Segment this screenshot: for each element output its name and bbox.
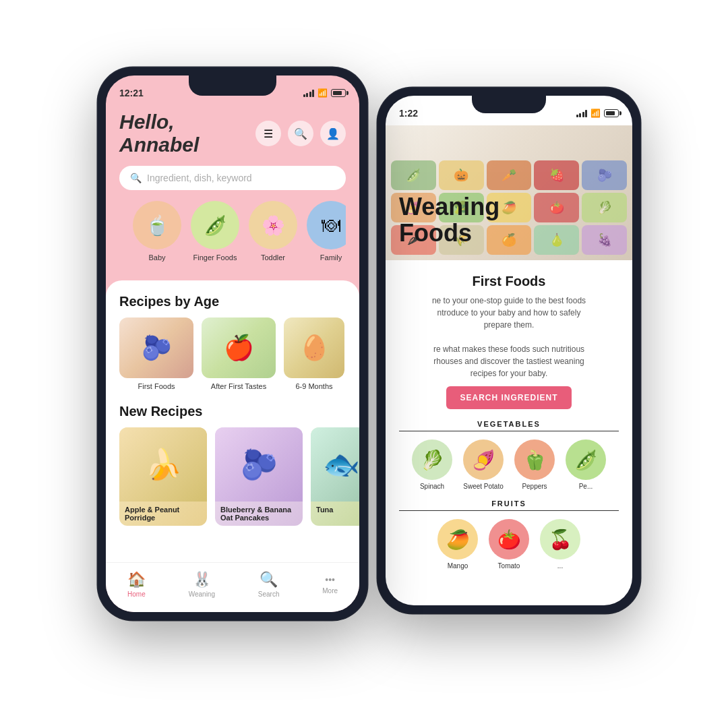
search-bar[interactable]: 🔍 Ingredient, dish, keyword	[119, 166, 346, 190]
first-foods-heading: First Foods	[399, 274, 619, 289]
nav-weaning[interactable]: 🐰 Weaning	[189, 571, 215, 598]
category-baby[interactable]: 🍵 Baby	[133, 201, 181, 262]
search-icon: 🔍	[294, 127, 307, 140]
after-first-tastes-label: After First Tastes	[211, 382, 266, 390]
search-nav-icon: 🔍	[260, 571, 278, 588]
sweet-potato-icon: 🍠	[463, 439, 504, 480]
search-ingredient-button[interactable]: SEARCH INGREDIENT	[446, 386, 571, 409]
weaning-nav-label: Weaning	[189, 590, 215, 598]
tomato-label: Tomato	[498, 562, 520, 570]
food-tomato: 🍅	[534, 193, 579, 222]
recipe-6-9-months[interactable]: 🥚 6-9 Months	[284, 317, 344, 390]
new-recipe-tuna[interactable]: 🐟 Tuna	[311, 427, 359, 526]
search-icon-button[interactable]: 🔍	[288, 121, 313, 146]
status-time-1: 12:21	[119, 88, 144, 98]
signal-icon-2	[576, 109, 588, 117]
new-recipe-pancakes[interactable]: 🫐 Blueberry & Banana Oat Pancakes	[215, 427, 303, 526]
wifi-icon-2: 📶	[590, 109, 601, 118]
status-time-2: 1:22	[399, 108, 418, 119]
recipe-after-first-tastes[interactable]: 🍎 After First Tastes	[202, 317, 276, 390]
baby-food-visual: 🍵	[133, 201, 181, 249]
weaning-icon: 🐰	[193, 571, 211, 588]
categories-row: 🍵 Baby 🫛 Finger Foods 🌸	[119, 190, 346, 267]
signal-icon-1	[303, 89, 315, 97]
finger-circle: 🫛	[191, 201, 239, 249]
veg-item-peppers[interactable]: 🫑 Peppers	[514, 439, 555, 490]
toddler-circle: 🌸	[249, 201, 297, 249]
nav-home[interactable]: 🏠 Home	[127, 571, 146, 598]
status-icons-2: 📶	[576, 109, 619, 118]
tuna-label: Tuna	[311, 502, 359, 518]
phone-2: 1:22 📶 🫛 🎃 🥕 🍓 🫐 🍠	[377, 88, 640, 613]
screen-2-content: 1:22 📶 🫛 🎃 🥕 🍓 🫐 🍠	[386, 96, 632, 605]
wifi-icon-1: 📶	[317, 88, 328, 98]
category-toddler[interactable]: 🌸 Toddler	[249, 201, 297, 262]
6-9-months-image: 🥚	[284, 317, 344, 378]
veg-item-peas[interactable]: 🫛 Pe...	[566, 439, 606, 490]
menu-icon-button[interactable]: ☰	[255, 121, 281, 146]
cherry-label: ...	[557, 562, 563, 570]
first-foods-label: First Foods	[138, 382, 175, 390]
profile-icon-button[interactable]: 👤	[320, 121, 346, 146]
toddler-food-visual: 🌸	[249, 201, 297, 249]
hero-title: WeaningFoods	[399, 193, 499, 247]
first-foods-desc: ne to your one-stop guide to the best fo…	[399, 295, 619, 380]
peas-icon: 🫛	[566, 439, 606, 480]
first-foods-image: 🫐	[119, 317, 193, 378]
category-finger-foods[interactable]: 🫛 Finger Foods	[191, 201, 239, 262]
search-placeholder: Ingredient, dish, keyword	[147, 173, 252, 183]
after-first-tastes-image: 🍎	[202, 317, 276, 378]
fruits-section-title: FRUITS	[399, 499, 619, 511]
menu-icon: ☰	[264, 127, 273, 140]
nav-search[interactable]: 🔍 Search	[258, 571, 280, 598]
peppers-label: Peppers	[522, 483, 547, 490]
food-squash: 🎃	[439, 160, 484, 190]
more-nav-label: More	[322, 587, 338, 595]
toddler-label: Toddler	[261, 253, 285, 262]
pancakes-image: 🫐	[215, 427, 303, 502]
status-icons-1: 📶	[303, 88, 346, 98]
new-recipes-row: 🍌 Apple & Peanut Porridge 🫐 Blueberry & …	[106, 427, 359, 526]
family-food-visual: 🍽	[307, 201, 346, 249]
nav-more[interactable]: ••• More	[322, 574, 338, 595]
porridge-label: Apple & Peanut Porridge	[119, 502, 207, 526]
phone-1: 12:21 📶 Hello, Annabel ☰	[98, 67, 367, 620]
food-carrot: 🥕	[487, 160, 532, 190]
finger-foods-label: Finger Foods	[193, 253, 237, 262]
screen-1-content: 12:21 📶 Hello, Annabel ☰	[106, 75, 359, 612]
phone-2-screen: 1:22 📶 🫛 🎃 🥕 🍓 🫐 🍠	[386, 96, 632, 605]
vegetables-section-title: VEGETABLES	[399, 420, 619, 431]
hero-section: 🫛 🎃 🥕 🍓 🫐 🍠 🥦 🥭 🍅 🥬 🌶 🌾 🍊 🍐 🍇	[386, 125, 632, 260]
weaning-content: First Foods ne to your one-stop guide to…	[386, 260, 632, 605]
home-nav-label: Home	[127, 590, 146, 598]
header-icons: ☰ 🔍 👤	[255, 121, 346, 146]
recipe-first-foods[interactable]: 🫐 First Foods	[119, 317, 193, 390]
veg-item-spinach[interactable]: 🥬 Spinach	[412, 439, 452, 490]
category-family[interactable]: 🍽 Family	[307, 201, 346, 262]
baby-label: Baby	[148, 253, 165, 262]
mango-label: Mango	[448, 562, 468, 570]
new-recipe-porridge[interactable]: 🍌 Apple & Peanut Porridge	[119, 427, 207, 526]
tomato-icon: 🍅	[489, 519, 529, 559]
peas-label: Pe...	[579, 483, 593, 490]
veg-item-sweet-potato[interactable]: 🍠 Sweet Potato	[463, 439, 504, 490]
tuna-image: 🐟	[311, 427, 359, 502]
baby-circle: 🍵	[133, 201, 181, 249]
family-circle: 🍽	[307, 201, 346, 249]
fruit-item-2[interactable]: 🍅 Tomato	[489, 519, 529, 570]
battery-icon-1	[331, 89, 346, 97]
mango-icon: 🥭	[437, 519, 478, 559]
app-header: Hello, Annabel ☰ 🔍 👤	[106, 105, 359, 280]
bottom-navigation: 🏠 Home 🐰 Weaning 🔍 Search ••• More	[106, 562, 359, 612]
header-title-row: Hello, Annabel ☰ 🔍 👤	[119, 111, 346, 156]
food-blueberry: 🫐	[582, 160, 627, 190]
fruit-item-1[interactable]: 🥭 Mango	[437, 519, 478, 570]
recipes-age-row: 🫐 First Foods 🍎 After First Tastes 🥚	[106, 317, 359, 404]
fruit-item-3[interactable]: 🍒 ...	[540, 519, 580, 570]
food-strawberry: 🍓	[534, 160, 579, 190]
phone-1-screen: 12:21 📶 Hello, Annabel ☰	[106, 75, 359, 612]
vegetables-list: 🥬 Spinach 🍠 Sweet Potato 🫑 Peppers 🫛 Pe.…	[399, 439, 619, 490]
main-content-area: Recipes by Age 🫐 First Foods 🍎 After Fir…	[106, 280, 359, 562]
search-bar-icon: 🔍	[130, 173, 142, 183]
family-label: Family	[320, 253, 342, 262]
